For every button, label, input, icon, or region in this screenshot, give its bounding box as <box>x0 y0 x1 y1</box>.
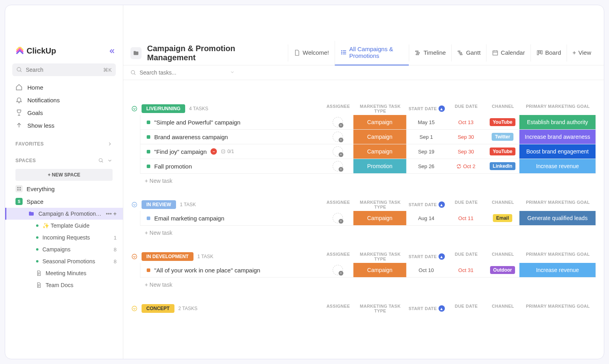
col-assignee[interactable]: ASSIGNEE <box>323 252 354 261</box>
collapse-group-icon[interactable] <box>131 201 138 208</box>
sidebar-search[interactable]: ⌘K <box>12 63 116 76</box>
add-icon[interactable]: + <box>113 211 117 217</box>
status-pill[interactable]: CONCEPT <box>142 304 174 313</box>
collapse-group-icon[interactable] <box>131 105 138 112</box>
tab-gantt[interactable]: Gantt <box>451 44 486 61</box>
list-item[interactable]: Seasonal Promotions8 <box>5 255 123 267</box>
task-type[interactable]: Campaign <box>353 211 406 225</box>
collapse-group-icon[interactable] <box>131 253 138 260</box>
more-icon[interactable]: ••• <box>106 211 112 217</box>
due-date[interactable]: Oct 31 <box>446 263 486 277</box>
col-goal[interactable]: PRIMARY MARKETING GOAL <box>520 200 596 209</box>
start-date[interactable]: Sep 26 <box>406 159 446 173</box>
assignee-add[interactable] <box>333 213 343 223</box>
assignee-add[interactable] <box>333 146 343 157</box>
start-date[interactable]: Aug 14 <box>406 211 446 225</box>
task-type[interactable]: Campaign <box>353 115 406 129</box>
search-spaces-icon[interactable] <box>98 158 104 163</box>
goal-cell[interactable]: Establish brand authority <box>519 115 596 129</box>
col-goal[interactable]: PRIMARY MARKETING GOAL <box>520 304 596 313</box>
start-date[interactable]: Oct 10 <box>406 263 446 277</box>
task-row[interactable]: Fall promotion Promotion Sep 26 Oct 2 Li… <box>140 159 596 174</box>
task-status-dot[interactable] <box>147 135 150 139</box>
favorites-section[interactable]: FAVORITES <box>5 134 123 151</box>
channel-badge[interactable]: Outdoor <box>490 266 515 274</box>
col-goal[interactable]: PRIMARY MARKETING GOAL <box>520 104 596 113</box>
list-item[interactable]: Team Docs <box>5 279 123 291</box>
goal-cell[interactable]: Boost brand engagement <box>519 144 596 159</box>
task-type[interactable]: Campaign <box>353 263 406 277</box>
status-pill[interactable]: IN REVIEW <box>142 200 176 209</box>
channel-badge[interactable]: YouTube <box>490 148 516 155</box>
task-status-dot[interactable] <box>147 150 150 153</box>
subtask-badge[interactable]: 0/1 <box>221 149 234 154</box>
start-date[interactable]: Sep 19 <box>406 144 446 159</box>
task-row[interactable]: "Simple and Powerful" campaign Campaign … <box>140 115 596 130</box>
assignee-add[interactable] <box>333 117 343 127</box>
col-assignee[interactable]: ASSIGNEE <box>323 200 354 209</box>
everything-item[interactable]: Everything <box>5 182 123 195</box>
goal-cell[interactable]: Generate qualified leads <box>519 211 596 225</box>
chevron-down-icon[interactable] <box>107 158 113 163</box>
col-due[interactable]: DUE DATE <box>446 200 486 209</box>
col-channel[interactable]: CHANNEL <box>486 200 520 209</box>
tab-board[interactable]: Board <box>530 44 567 61</box>
col-due[interactable]: DUE DATE <box>446 104 486 113</box>
task-status-dot[interactable] <box>147 268 150 272</box>
col-assignee[interactable]: ASSIGNEE <box>323 104 354 113</box>
start-date[interactable]: Sep 1 <box>406 130 446 144</box>
col-assignee[interactable]: ASSIGNEE <box>323 304 354 313</box>
assignee-add[interactable] <box>333 265 343 275</box>
sidebar-search-input[interactable] <box>26 67 100 73</box>
task-row[interactable]: "Find joy" campaign – 0/1 Campaign Sep 1… <box>140 144 596 159</box>
channel-badge[interactable]: YouTube <box>490 118 516 126</box>
task-row[interactable]: Brand awareness campaign Campaign Sep 1 … <box>140 130 596 144</box>
task-search-input[interactable] <box>140 69 199 76</box>
task-status-dot[interactable] <box>147 165 150 168</box>
due-date[interactable]: Oct 11 <box>446 211 486 225</box>
channel-badge[interactable]: Twitter <box>492 133 513 141</box>
assignee-add[interactable] <box>333 161 343 171</box>
col-start[interactable]: START DATE▲ <box>407 252 446 261</box>
tab-timeline[interactable]: Timeline <box>409 44 451 61</box>
goal-cell[interactable]: Increase revenue <box>519 159 596 173</box>
nav-show-less[interactable]: Show less <box>8 119 120 132</box>
status-pill[interactable]: IN DEVELOPMENT <box>142 252 193 261</box>
col-due[interactable]: DUE DATE <box>446 304 486 313</box>
task-type[interactable]: Campaign <box>353 130 406 144</box>
goal-cell[interactable]: Increase brand awareness <box>519 130 596 144</box>
goal-cell[interactable]: Increase revenue <box>519 263 596 277</box>
tab-view[interactable]: +View <box>567 44 597 61</box>
col-type[interactable]: MARKETING TASK TYPE <box>354 304 407 313</box>
due-date[interactable]: Sep 30 <box>446 144 486 159</box>
list-item[interactable]: Incoming Requests1 <box>5 232 123 243</box>
col-type[interactable]: MARKETING TASK TYPE <box>354 252 407 261</box>
new-task-button[interactable]: + New task <box>145 278 596 292</box>
col-channel[interactable]: CHANNEL <box>486 304 520 313</box>
due-date[interactable]: Oct 13 <box>446 115 486 129</box>
col-type[interactable]: MARKETING TASK TYPE <box>354 200 407 209</box>
task-status-dot[interactable] <box>147 121 150 124</box>
list-item[interactable]: ✨ Template Guide <box>5 220 123 232</box>
new-task-button[interactable]: + New task <box>145 174 596 188</box>
space-item[interactable]: S Space <box>5 195 123 208</box>
start-date[interactable]: May 15 <box>406 115 446 129</box>
col-start[interactable]: START DATE▲ <box>407 104 446 113</box>
task-type[interactable]: Promotion <box>353 159 406 173</box>
collapse-sidebar-icon[interactable] <box>109 48 116 55</box>
assignee-add[interactable] <box>333 132 343 142</box>
nav-goals[interactable]: Goals <box>8 106 120 119</box>
task-row[interactable]: Email marketing campaign Campaign Aug 14… <box>140 211 596 226</box>
tab-calendar[interactable]: Calendar <box>486 44 530 61</box>
nav-home[interactable]: Home <box>8 81 120 94</box>
new-task-button[interactable]: + New task <box>145 226 596 240</box>
collapse-group-icon[interactable] <box>131 305 138 312</box>
channel-badge[interactable]: LinkedIn <box>490 162 515 170</box>
channel-badge[interactable]: Email <box>493 214 512 222</box>
task-status-dot[interactable] <box>147 216 150 220</box>
col-type[interactable]: MARKETING TASK TYPE <box>354 104 407 113</box>
due-date[interactable]: Oct 2 <box>446 159 486 173</box>
due-date[interactable]: Sep 30 <box>446 130 486 144</box>
status-pill[interactable]: LIVE/RUNNING <box>142 104 185 113</box>
col-start[interactable]: START DATE▲ <box>407 200 446 209</box>
